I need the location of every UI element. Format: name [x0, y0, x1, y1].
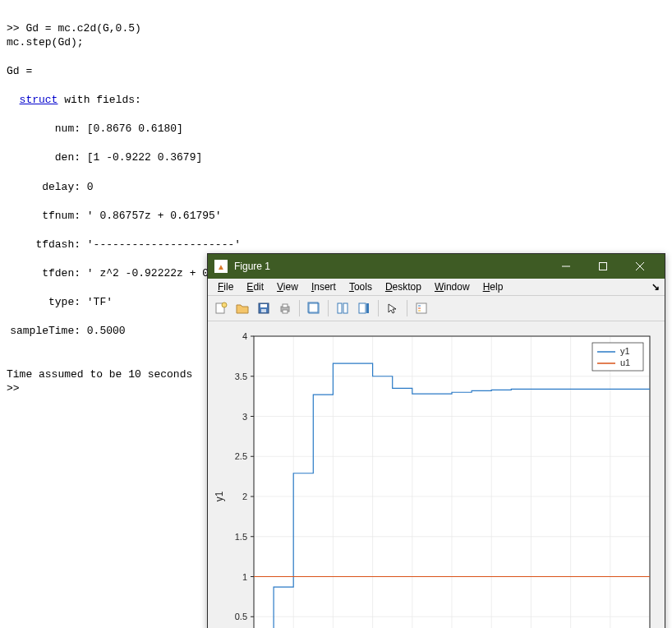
save-button[interactable]: [254, 298, 274, 318]
new-figure-button[interactable]: [211, 298, 231, 318]
svg-text:0.5: 0.5: [235, 612, 247, 621]
field-delay-val: 0: [87, 181, 94, 193]
svg-point-5: [222, 302, 227, 307]
svg-text:3.5: 3.5: [235, 372, 247, 381]
cmd-line-1: >> Gd = mc.c2d(G,0.5): [7, 22, 141, 35]
toolbar-separator-3: [378, 300, 379, 316]
toolbar-separator-4: [407, 300, 407, 316]
struct-tail: with fields:: [58, 94, 140, 106]
menu-file[interactable]: File: [211, 279, 240, 294]
svg-rect-11: [283, 310, 288, 313]
menubar: File Edit View Insert Tools Desktop Wind…: [208, 279, 665, 296]
field-num-val: [0.8676 0.6180]: [87, 122, 183, 135]
toolbar-separator-2: [328, 300, 329, 316]
svg-rect-15: [343, 303, 348, 313]
cmd-line-2: mc.step(Gd);: [7, 36, 84, 48]
field-type-name: type:: [7, 295, 81, 310]
field-tfdash-name: tfdash:: [7, 238, 81, 252]
plot-area[interactable]: 01234567891000.511.522.533.540.5 time un…: [208, 321, 665, 628]
field-delay-name: delay:: [7, 180, 81, 195]
menu-window[interactable]: Window: [428, 279, 476, 294]
menu-overflow-icon[interactable]: ↘: [651, 281, 660, 293]
print-button[interactable]: [275, 298, 295, 318]
svg-text:1: 1: [242, 572, 247, 582]
svg-rect-17: [366, 303, 369, 313]
field-den-val: [1 -0.9222 0.3679]: [87, 151, 202, 164]
svg-rect-18: [417, 303, 426, 313]
svg-rect-7: [260, 304, 267, 307]
close-button[interactable]: [621, 254, 658, 279]
svg-rect-16: [359, 303, 366, 313]
svg-text:2: 2: [242, 492, 247, 501]
svg-text:y1: y1: [620, 346, 630, 356]
out-var: Gd =: [7, 65, 32, 77]
field-type-val: 'TF': [87, 296, 113, 308]
link-data-button[interactable]: [333, 298, 352, 318]
menu-edit[interactable]: Edit: [240, 279, 270, 294]
cursor-button[interactable]: [383, 298, 403, 318]
svg-rect-8: [261, 309, 266, 312]
toolbar: [208, 296, 665, 321]
svg-rect-14: [338, 303, 342, 313]
edit-plot-button[interactable]: [304, 298, 324, 318]
svg-text:4: 4: [242, 331, 247, 341]
field-tfnum-name: tfnum:: [7, 209, 81, 224]
svg-text:y1: y1: [214, 491, 225, 501]
toolbar-separator: [299, 300, 300, 316]
field-sampletime-val: 0.5000: [87, 325, 126, 337]
minimize-button[interactable]: [547, 254, 584, 279]
svg-rect-86: [592, 343, 643, 371]
field-num-name: num:: [7, 122, 81, 136]
svg-rect-1: [599, 263, 606, 270]
menu-help[interactable]: Help: [476, 279, 510, 294]
menu-desktop[interactable]: Desktop: [379, 279, 428, 294]
figure-window: ▲ Figure 1 File Edit View Insert Tools D…: [207, 253, 665, 628]
svg-rect-12: [309, 303, 319, 313]
field-sampletime-name: sampleTime:: [7, 324, 81, 339]
field-tfden-name: tfden:: [7, 266, 81, 281]
titlebar[interactable]: ▲ Figure 1: [208, 254, 665, 279]
matlab-figure-icon: ▲: [214, 260, 228, 273]
time-assumed: Time assumed to be 10 seconds: [7, 368, 192, 381]
menu-insert[interactable]: Insert: [305, 279, 343, 294]
window-title: Figure 1: [234, 261, 547, 272]
field-tfnum-val: ' 0.86757z + 0.61795': [87, 210, 222, 222]
maximize-button[interactable]: [584, 254, 621, 279]
insert-legend-button[interactable]: [412, 298, 431, 318]
open-button[interactable]: [232, 298, 252, 318]
menu-tools[interactable]: Tools: [343, 279, 379, 294]
svg-text:u1: u1: [620, 358, 630, 367]
insert-colorbar-button[interactable]: [354, 298, 374, 318]
menu-view[interactable]: View: [270, 279, 305, 294]
step-response-chart: 01234567891000.511.522.533.540.5 time un…: [208, 321, 665, 628]
svg-text:2.5: 2.5: [235, 451, 247, 461]
field-tfdash-val: '----------------------': [87, 238, 241, 251]
prompt[interactable]: >>: [7, 382, 20, 395]
svg-rect-10: [283, 304, 288, 307]
struct-link[interactable]: struct: [20, 94, 58, 106]
svg-text:3: 3: [242, 412, 247, 422]
svg-text:1.5: 1.5: [235, 532, 247, 542]
field-den-name: den:: [7, 150, 81, 165]
